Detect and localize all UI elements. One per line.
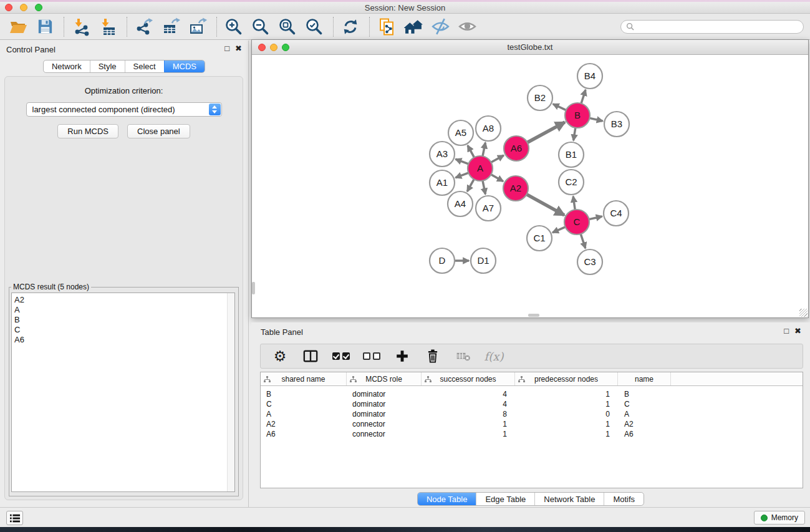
graph-node-label: C — [574, 216, 581, 227]
graph-edge-A-A4[interactable] — [467, 179, 474, 191]
graph-edge-B-B3[interactable] — [590, 118, 603, 121]
graph-edge-C-C1[interactable] — [552, 227, 566, 233]
zoom-selected-icon — [305, 17, 324, 36]
checked-box-icon — [342, 352, 350, 360]
mcds-result-item[interactable]: A — [14, 305, 234, 315]
column-header-successor-nodes[interactable]: successor nodes — [422, 372, 515, 385]
table-row[interactable]: A2connector11A2 — [261, 419, 803, 429]
import-table-icon — [99, 17, 117, 36]
gear-icon: ⚙ — [274, 347, 287, 365]
table-settings-button[interactable]: ⚙ — [271, 347, 289, 365]
graph-edge-A-A3[interactable] — [456, 159, 469, 164]
zoom-fit-button[interactable] — [277, 16, 298, 37]
tab-network-table[interactable]: Network Table — [534, 493, 604, 505]
graph-edge-C-C4[interactable] — [589, 216, 602, 220]
table-row[interactable]: Bdominator41B — [261, 389, 803, 399]
tab-network[interactable]: Network — [44, 60, 90, 72]
function-builder-button[interactable]: f(x) — [485, 347, 503, 365]
export-table-button[interactable] — [160, 16, 181, 37]
home-button[interactable] — [403, 16, 424, 37]
memory-button[interactable]: Memory — [754, 511, 805, 525]
select-all-button[interactable] — [332, 347, 350, 365]
zoom-selected-button[interactable] — [304, 16, 325, 37]
search-input[interactable] — [637, 22, 798, 31]
unchecked-box-icon — [363, 352, 370, 360]
refresh-icon — [342, 18, 359, 36]
delete-table-button[interactable] — [455, 347, 472, 365]
column-header-name[interactable]: name — [618, 372, 671, 385]
graph-edge-A-A5[interactable] — [468, 145, 474, 157]
fx-icon: f(x) — [485, 350, 504, 363]
mcds-result-item[interactable]: A2 — [14, 295, 234, 305]
export-image-button[interactable] — [187, 16, 208, 37]
tab-style[interactable]: Style — [90, 60, 125, 72]
mcds-tab-content: Optimization criterion: largest connecte… — [4, 76, 243, 500]
deselect-all-button[interactable] — [363, 347, 380, 365]
vertical-scroll-thumb[interactable] — [252, 282, 255, 294]
zoom-out-button[interactable] — [250, 16, 271, 37]
mcds-result-item[interactable]: B — [14, 315, 234, 325]
list-scrollbar[interactable] — [227, 293, 234, 491]
graph-edge-B-B2[interactable] — [553, 104, 566, 110]
split-view-button[interactable] — [302, 347, 319, 365]
table-panel-title: Table Panel — [261, 327, 303, 337]
float-table-panel-icon[interactable]: □ — [784, 327, 789, 336]
graph-edge-C-C3[interactable] — [581, 234, 586, 248]
tab-select[interactable]: Select — [125, 60, 164, 72]
table-cell: dominator — [347, 400, 422, 409]
eye-slash-icon — [431, 17, 450, 36]
graph-edge-C-C2[interactable] — [573, 196, 575, 210]
horizontal-scroll-thumb[interactable] — [528, 314, 539, 317]
network-from-file-button[interactable] — [376, 16, 397, 37]
graph-edge-A2-C[interactable] — [527, 195, 564, 215]
float-panel-icon[interactable]: □ — [224, 44, 229, 53]
show-details-button[interactable] — [456, 16, 478, 37]
search-field[interactable] — [620, 20, 804, 34]
optimization-criterion-select[interactable]: largest connected component (directed) — [26, 102, 222, 117]
close-table-panel-icon[interactable]: ✖ — [794, 327, 801, 336]
graph-edge-B-B4[interactable] — [581, 90, 586, 104]
table-cell: 1 — [515, 430, 618, 438]
graph-edge-A-A1[interactable] — [456, 173, 469, 178]
add-column-button[interactable] — [393, 347, 411, 365]
graph-edge-A-A6[interactable] — [491, 155, 504, 162]
table-row[interactable]: Adominator80A — [261, 409, 803, 419]
graph-edge-A-A2[interactable] — [491, 175, 503, 181]
mcds-result-list[interactable]: A2ABCA6 — [11, 293, 235, 492]
network-canvas[interactable]: AA1A2A3A4A5A6A7A8BB1B2B3B4CC1C2C3C4DD1 — [252, 56, 808, 317]
import-network-button[interactable] — [70, 16, 92, 37]
delete-column-button[interactable] — [424, 347, 441, 365]
graph-node-label: D1 — [477, 255, 489, 266]
refresh-button[interactable] — [340, 16, 361, 37]
select-stepper-icon[interactable] — [209, 104, 221, 115]
export-network-button[interactable] — [133, 16, 155, 37]
open-session-button[interactable] — [7, 16, 29, 37]
tab-motifs[interactable]: Motifs — [604, 493, 644, 505]
graph-edge-A6-B[interactable] — [528, 122, 565, 143]
zoom-in-button[interactable] — [223, 16, 244, 37]
close-panel-icon[interactable]: ✖ — [235, 44, 242, 53]
close-panel-button[interactable]: Close panel — [127, 124, 190, 138]
save-session-button[interactable] — [34, 16, 55, 37]
table-row[interactable]: A6connector11A6 — [261, 429, 803, 439]
mcds-result-item[interactable]: C — [14, 325, 234, 335]
tab-edge-table[interactable]: Edge Table — [476, 493, 534, 505]
import-table-button[interactable] — [97, 16, 118, 37]
graph-edge-A-A7[interactable] — [483, 181, 485, 195]
graph-edge-A-A8[interactable] — [483, 143, 485, 157]
mcds-result-item[interactable]: A6 — [14, 335, 234, 345]
main-toolbar — [0, 14, 810, 40]
table-row[interactable]: Cdominator41C — [261, 399, 803, 409]
column-header-predecessor-nodes[interactable]: predecessor nodes — [515, 372, 618, 385]
hide-details-button[interactable] — [430, 16, 451, 37]
open-folder-icon — [9, 17, 27, 36]
graph-edge-B-B1[interactable] — [574, 128, 576, 141]
table-cell: C — [618, 400, 671, 409]
window-resize-grip[interactable] — [799, 309, 808, 317]
column-header-mcds-role[interactable]: MCDS role — [347, 372, 422, 385]
tab-mcds[interactable]: MCDS — [164, 60, 205, 72]
task-history-button[interactable] — [6, 511, 23, 525]
column-header-shared-name[interactable]: shared name — [261, 372, 347, 385]
run-mcds-button[interactable]: Run MCDS — [57, 124, 118, 138]
tab-node-table[interactable]: Node Table — [418, 493, 476, 505]
